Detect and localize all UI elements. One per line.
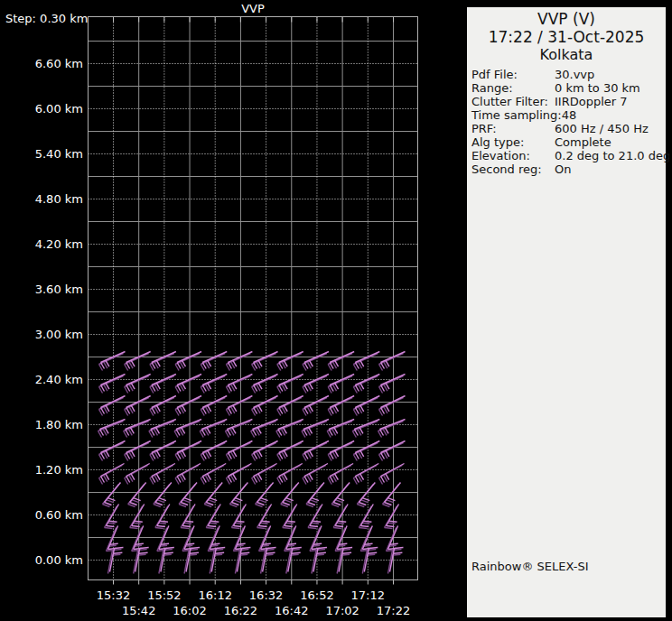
x-axis-label: 15:32 [97, 589, 130, 602]
x-axis-label: 16:12 [198, 589, 231, 602]
info-label: Range: [471, 81, 555, 95]
y-axis-label: 3.00 km [35, 328, 83, 341]
y-axis-label: 2.40 km [35, 373, 83, 386]
info-label: Pdf File: [471, 68, 555, 81]
info-value: 0.2 deg to 21.0 deg [555, 149, 670, 162]
info-value: 600 Hz / 450 Hz [555, 122, 649, 135]
x-axis-label: 16:02 [173, 604, 206, 617]
y-axis-label: 5.40 km [35, 147, 83, 161]
info-value: 0 km to 30 km [555, 81, 640, 95]
info-row: Clutter Filter:IIRDoppler 7 [471, 95, 666, 108]
vvp-chart: VVPStep: 0.30 km6.60 km6.00 km5.40 km4.8… [0, 0, 467, 621]
chart-title: VVP [241, 2, 265, 15]
info-fields: Pdf File:30.vvpRange:0 km to 30 kmClutte… [467, 68, 666, 176]
x-axis-label: 16:32 [249, 589, 283, 602]
vvp-window: { "chart_data": { "type": "wind-barb-pro… [0, 0, 672, 621]
x-axis-label: 16:52 [300, 589, 333, 602]
info-row: Time sampling:48 [471, 108, 666, 122]
brand-footer: Rainbow® SELEX-SI [471, 560, 589, 573]
info-label: Alg type: [471, 135, 555, 149]
y-axis-label: 0.00 km [35, 553, 83, 567]
y-axis-label: 4.80 km [35, 192, 83, 206]
x-axis-label: 15:42 [122, 604, 155, 617]
info-value: 30.vvp [555, 68, 594, 81]
info-panel: VVP (V) 17:22 / 31-Oct-2025 Kolkata Pdf … [467, 7, 666, 617]
scan-datetime: 17:22 / 31-Oct-2025 [467, 29, 666, 45]
product-title: VVP (V) [467, 11, 666, 27]
y-axis-label: 6.00 km [35, 102, 83, 116]
info-label: Clutter Filter: [471, 95, 555, 108]
y-axis-label: 3.60 km [35, 283, 83, 296]
info-value: IIRDoppler 7 [555, 95, 628, 108]
info-label: Time sampling: [471, 108, 562, 122]
info-row: Elevation:0.2 deg to 21.0 deg [471, 149, 666, 162]
x-axis-label: 16:22 [224, 604, 257, 617]
y-axis-label: 1.80 km [35, 418, 83, 431]
info-row: Second reg:On [471, 162, 666, 176]
y-axis-label: 0.60 km [35, 508, 83, 522]
vvp-chart-area: VVPStep: 0.30 km6.60 km6.00 km5.40 km4.8… [0, 0, 467, 621]
info-label: Second reg: [471, 162, 555, 176]
info-row: Alg type:Complete [471, 135, 666, 149]
info-row: Pdf File:30.vvp [471, 68, 666, 81]
y-axis-label: 4.20 km [35, 237, 83, 251]
x-axis-label: 15:52 [147, 589, 181, 602]
info-value: On [555, 162, 571, 176]
info-value: Complete [555, 135, 611, 149]
site-name: Kolkata [467, 47, 666, 62]
info-label: Elevation: [471, 149, 555, 162]
step-label: Step: 0.30 km [5, 12, 88, 25]
x-axis-label: 16:42 [275, 604, 308, 617]
info-label: PRF: [471, 122, 555, 135]
y-axis-label: 1.20 km [35, 463, 83, 477]
info-row: PRF:600 Hz / 450 Hz [471, 122, 666, 135]
x-axis-label: 17:12 [351, 589, 385, 602]
info-value: 48 [562, 108, 577, 122]
info-row: Range:0 km to 30 km [471, 81, 666, 95]
y-axis-label: 6.60 km [35, 57, 83, 70]
x-axis-label: 17:02 [325, 604, 359, 617]
x-axis-label: 17:22 [377, 604, 410, 617]
